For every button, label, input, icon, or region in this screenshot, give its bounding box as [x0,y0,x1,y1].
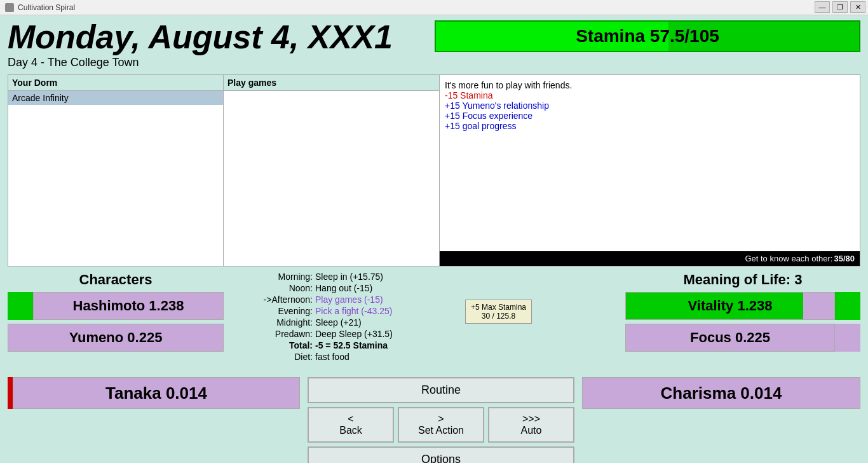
stamina-bar-container: Stamina 57.5/105 [435,20,860,52]
evening-action: Pick a fight (-43.25) [315,306,392,316]
vitality-green-block [835,292,860,320]
evening-label: Evening: [236,306,313,316]
minimize-button[interactable]: — [815,1,830,13]
app-icon [5,3,14,12]
tanaka-name: Tanaka 0.014 [105,384,207,403]
back-arrow: < [314,413,388,425]
back-label: Back [314,425,388,436]
description-panel: It's more fun to play with friends. -15 … [440,74,860,266]
hashimoto-green-block [8,292,33,320]
predawn-label: Predawn: [236,329,313,339]
charisma-panel: Charisma 0.014 [582,377,860,409]
effect-focus: +15 Focus experience [445,111,855,121]
schedule-diet: Diet: fast food [236,352,613,362]
nav-buttons: < Back > Set Action >>> Auto [308,407,574,443]
back-button[interactable]: < Back [308,407,394,443]
tanaka-name-box[interactable]: Tanaka 0.014 [13,377,300,409]
stats-panel: Meaning of Life: 3 Vitality 1.238 Focus … [625,272,860,356]
hashimoto-name: Hashimoto 1.238 [34,298,223,314]
vitality-bar[interactable]: Vitality 1.238 [625,292,835,320]
characters-title: Characters [8,272,224,288]
afternoon-action: Play games (-15) [315,294,383,305]
vitality-name: Vitality 1.238 [626,298,834,314]
auto-button[interactable]: >>> Auto [488,407,574,443]
stamina-bar: Stamina 57.5/105 [435,20,860,52]
predawn-action: Deep Sleep (+31.5) [315,329,393,339]
schedule-afternoon: ->Afternoon: Play games (-15) [236,294,613,305]
yumeno-bar[interactable]: Yumeno 0.225 [8,324,224,352]
total-label: Total: [236,340,313,350]
description-footer: Get to know each other: 35/80 [440,251,860,266]
description-plain: It's more fun to play with friends. [445,80,855,90]
schedule-morning: Morning: Sleep in (+15.75) [236,272,613,282]
noon-action: Hang out (-15) [315,283,372,293]
midnight-label: Midnight: [236,317,313,328]
effect-stamina: -15 Stamina [445,90,855,100]
app-title: Cultivation Spiral [18,3,75,12]
tooltip-box: +5 Max Stamina 30 / 125.8 [465,300,532,324]
footer-value: 35/80 [834,254,855,263]
character-row-yumeno: Yumeno 0.225 [8,324,224,352]
locations-panel: Your Dorm Arcade Infinity [8,74,224,266]
charisma-name-box[interactable]: Charisma 0.014 [582,377,860,409]
schedule-midnight: Midnight: Sleep (+21) [236,317,613,328]
description-text: It's more fun to play with friends. -15 … [440,75,860,251]
effect-goal: +15 goal progress [445,121,855,131]
set-action-button[interactable]: > Set Action [398,407,484,443]
characters-panel: Characters Hashimoto 1.238 Yumeno 0.225 [8,272,224,356]
morning-action: Sleep in (+15.75) [315,272,383,282]
schedule-noon: Noon: Hang out (-15) [236,283,613,293]
effect-relationship: +15 Yumeno's relationship [445,100,855,111]
hashimoto-bar[interactable]: Hashimoto 1.238 [33,292,224,320]
bottom-section: Tanaka 0.014 Routine < Back > Set Action… [0,372,868,463]
options-button[interactable]: Options [308,446,574,463]
morning-label: Morning: [236,272,313,282]
schedule-panel: Morning: Sleep in (+15.75) Noon: Hang ou… [231,272,618,363]
title-bar: Cultivation Spiral — ❐ ✕ [0,0,868,15]
auto-label: Auto [494,425,568,436]
auto-arrow: >>> [494,413,568,425]
yumeno-name: Yumeno 0.225 [8,329,223,346]
action-buttons-panel: Routine < Back > Set Action >>> Auto Opt… [308,377,574,463]
close-button[interactable]: ✕ [850,1,865,13]
afternoon-label: ->Afternoon: [236,294,313,305]
set-arrow: > [404,413,478,425]
character-row-hashimoto: Hashimoto 1.238 [8,292,224,320]
focus-name: Focus 0.225 [626,329,834,346]
header: Monday, August 4, XXX1 Day 4 - The Colle… [0,15,868,72]
focus-purple-block [835,324,860,352]
tooltip-line1: +5 Max Stamina [471,303,526,312]
tanaka-red-bar [8,377,13,409]
schedule-predawn: Predawn: Deep Sleep (+31.5) [236,329,613,339]
middle-section: Characters Hashimoto 1.238 Yumeno 0.225 … [0,269,868,366]
tanaka-panel: Tanaka 0.014 [8,377,300,409]
window-controls: — ❐ ✕ [815,1,865,13]
noon-label: Noon: [236,283,313,293]
location-item-arcade[interactable]: Arcade Infinity [8,91,223,105]
maximize-button[interactable]: ❐ [832,1,848,13]
stamina-label: Stamina 57.5/105 [576,26,719,46]
vitality-row: Vitality 1.238 [625,292,860,320]
actions-panel: Play games [224,74,440,266]
focus-row: Focus 0.225 [625,324,860,352]
focus-bar[interactable]: Focus 0.225 [625,324,835,352]
diet-label: Diet: [236,352,313,362]
actions-header: Play games [224,75,439,91]
day-subtitle: Day 4 - The College Town [8,56,860,69]
routine-button[interactable]: Routine [308,377,574,403]
meaning-title: Meaning of Life: 3 [625,272,860,288]
locations-header: Your Dorm [8,75,223,91]
schedule-total: Total: -5 = 52.5 Stamina [236,340,613,350]
charisma-name: Charisma 0.014 [661,384,782,403]
main-content: Your Dorm Arcade Infinity Play games It'… [0,72,868,269]
set-action-label: Set Action [404,425,478,436]
footer-label: Get to know each other: [745,254,832,263]
diet-action: fast food [315,352,349,362]
total-action: -5 = 52.5 Stamina [315,340,388,350]
tooltip-line2: 30 / 125.8 [471,312,526,321]
midnight-action: Sleep (+21) [315,317,362,328]
schedule-evening: Evening: Pick a fight (-43.25) +5 Max St… [236,306,613,316]
